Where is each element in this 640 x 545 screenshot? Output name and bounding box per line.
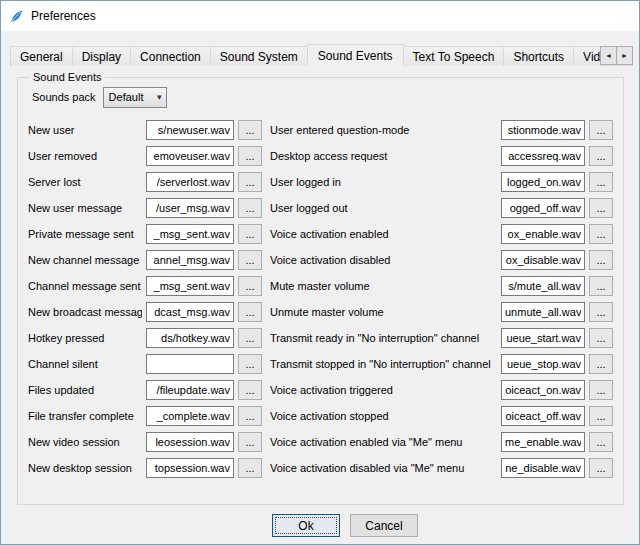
sound-file-input[interactable] <box>501 276 585 296</box>
sound-file-input[interactable] <box>146 328 234 348</box>
browse-button[interactable]: ... <box>238 432 262 452</box>
sound-file-input[interactable] <box>146 302 234 322</box>
browse-button[interactable]: ... <box>238 380 262 400</box>
sound-file-input[interactable] <box>501 406 585 426</box>
browse-button[interactable]: ... <box>589 302 613 322</box>
sound-event-row: User removed... <box>28 143 262 169</box>
sound-event-label: User entered question-mode <box>270 124 497 136</box>
sound-file-input[interactable] <box>501 120 585 140</box>
sound-file-input[interactable] <box>501 250 585 270</box>
sound-event-row: Mute master volume... <box>270 273 613 299</box>
sound-events-column-right: User entered question-mode...Desktop acc… <box>270 117 613 481</box>
sound-file-input[interactable] <box>501 302 585 322</box>
sound-event-row: Hotkey pressed... <box>28 325 262 351</box>
sound-event-row: Private message sent... <box>28 221 262 247</box>
sound-event-row: Unmute master volume... <box>270 299 613 325</box>
sounds-pack-label: Sounds pack <box>32 91 96 103</box>
sound-file-input[interactable] <box>501 354 585 374</box>
sound-event-label: Voice activation enabled via "Me" menu <box>270 436 497 448</box>
sound-file-input[interactable] <box>146 458 234 478</box>
app-icon <box>9 9 24 24</box>
sound-file-input[interactable] <box>146 172 234 192</box>
sound-event-row: Files updated... <box>28 377 262 403</box>
sound-events-group: Sound Events Sounds pack Default ▾ New u… <box>17 71 624 505</box>
sound-events-column-left: New user...User removed...Server lost...… <box>28 117 262 481</box>
browse-button[interactable]: ... <box>589 328 613 348</box>
sounds-pack-select[interactable]: Default ▾ <box>103 87 167 108</box>
dialog-buttons: Ok Cancel <box>1 514 639 537</box>
sound-file-input[interactable] <box>146 432 234 452</box>
sound-file-input[interactable] <box>146 120 234 140</box>
tab-zone: GeneralDisplayConnectionSound SystemSoun… <box>1 44 639 66</box>
browse-button[interactable]: ... <box>589 354 613 374</box>
sound-file-input[interactable] <box>501 458 585 478</box>
tab-video[interactable]: Video <box>573 46 601 66</box>
browse-button[interactable]: ... <box>589 172 613 192</box>
sound-event-label: Voice activation triggered <box>270 384 497 396</box>
browse-button[interactable]: ... <box>589 380 613 400</box>
browse-button[interactable]: ... <box>589 146 613 166</box>
browse-button[interactable]: ... <box>238 146 262 166</box>
tab-sound-events[interactable]: Sound Events <box>307 44 404 66</box>
browse-button[interactable]: ... <box>589 406 613 426</box>
sound-file-input[interactable] <box>146 354 234 374</box>
browse-button[interactable]: ... <box>589 250 613 270</box>
sound-file-input[interactable] <box>146 276 234 296</box>
sound-event-label: Files updated <box>28 384 142 396</box>
sound-file-input[interactable] <box>146 198 234 218</box>
browse-button[interactable]: ... <box>589 198 613 218</box>
browse-button[interactable]: ... <box>238 224 262 244</box>
browse-button[interactable]: ... <box>589 224 613 244</box>
tab-scroll-right-icon[interactable]: ► <box>616 46 633 65</box>
browse-button[interactable]: ... <box>238 276 262 296</box>
browse-button[interactable]: ... <box>589 120 613 140</box>
sound-file-input[interactable] <box>501 380 585 400</box>
sound-event-row: Voice activation disabled... <box>270 247 613 273</box>
sound-event-row: New channel message... <box>28 247 262 273</box>
sound-file-input[interactable] <box>146 250 234 270</box>
sound-event-row: User logged in... <box>270 169 613 195</box>
browse-button[interactable]: ... <box>238 120 262 140</box>
browse-button[interactable]: ... <box>238 354 262 374</box>
browse-button[interactable]: ... <box>589 458 613 478</box>
sound-event-label: User logged out <box>270 202 497 214</box>
sound-event-label: Voice activation enabled <box>270 228 497 240</box>
tab-shortcuts[interactable]: Shortcuts <box>503 46 574 66</box>
sound-file-input[interactable] <box>501 198 585 218</box>
browse-button[interactable]: ... <box>238 172 262 192</box>
sound-event-label: New video session <box>28 436 142 448</box>
sound-file-input[interactable] <box>146 224 234 244</box>
browse-button[interactable]: ... <box>589 276 613 296</box>
tab-display[interactable]: Display <box>72 46 131 66</box>
cancel-button[interactable]: Cancel <box>350 514 418 537</box>
browse-button[interactable]: ... <box>238 198 262 218</box>
browse-button[interactable]: ... <box>589 432 613 452</box>
sound-event-label: New broadcast message <box>28 306 142 318</box>
ok-button[interactable]: Ok <box>272 514 340 537</box>
sound-event-label: User removed <box>28 150 142 162</box>
tab-sound-system[interactable]: Sound System <box>210 46 308 66</box>
tab-text-to-speech[interactable]: Text To Speech <box>403 46 505 66</box>
tab-connection[interactable]: Connection <box>130 46 211 66</box>
sound-file-input[interactable] <box>501 172 585 192</box>
sound-file-input[interactable] <box>146 146 234 166</box>
browse-button[interactable]: ... <box>238 250 262 270</box>
browse-button[interactable]: ... <box>238 302 262 322</box>
sound-file-input[interactable] <box>146 406 234 426</box>
sound-event-label: Desktop access request <box>270 150 497 162</box>
sound-event-row: Voice activation triggered... <box>270 377 613 403</box>
sound-file-input[interactable] <box>501 224 585 244</box>
browse-button[interactable]: ... <box>238 406 262 426</box>
sound-file-input[interactable] <box>146 380 234 400</box>
tab-scroll-left-icon[interactable]: ◄ <box>600 46 617 65</box>
titlebar[interactable]: Preferences <box>1 1 639 31</box>
sound-event-label: Voice activation stopped <box>270 410 497 422</box>
sound-file-input[interactable] <box>501 432 585 452</box>
sound-file-input[interactable] <box>501 328 585 348</box>
browse-button[interactable]: ... <box>238 458 262 478</box>
sound-file-input[interactable] <box>501 146 585 166</box>
browse-button[interactable]: ... <box>238 328 262 348</box>
preferences-window: Preferences GeneralDisplayConnectionSoun… <box>0 0 640 545</box>
chevron-down-icon: ▾ <box>157 92 162 102</box>
tab-general[interactable]: General <box>10 46 73 66</box>
